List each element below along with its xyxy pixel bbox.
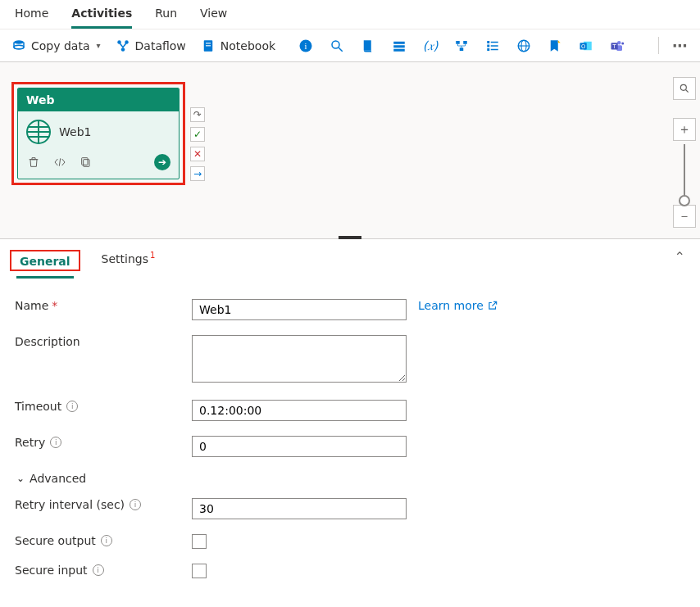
tab-home[interactable]: Home bbox=[15, 7, 48, 29]
svg-point-38 bbox=[680, 84, 686, 90]
learn-more-label: Learn more bbox=[418, 299, 484, 312]
zoom-out-button[interactable]: － bbox=[673, 205, 696, 228]
delete-icon[interactable] bbox=[26, 155, 41, 170]
zoom-in-button[interactable]: ＋ bbox=[673, 118, 696, 141]
collapse-panel-icon[interactable]: ⌃ bbox=[675, 249, 685, 265]
ribbon-copy-data[interactable]: Copy data ▾ bbox=[11, 39, 101, 53]
skip-badge-icon[interactable]: → bbox=[190, 166, 205, 181]
variable-icon[interactable]: (𝑥) bbox=[423, 39, 438, 53]
search-icon[interactable] bbox=[330, 39, 344, 53]
activity-type-label: Web bbox=[18, 88, 179, 111]
steps-icon[interactable] bbox=[485, 39, 500, 53]
property-tab-settings-label: Settings bbox=[102, 252, 148, 265]
list-icon[interactable] bbox=[392, 39, 407, 53]
row-timeout: Timeout i bbox=[15, 400, 687, 421]
svg-point-1 bbox=[14, 45, 24, 49]
tab-run[interactable]: Run bbox=[155, 7, 177, 29]
tab-view[interactable]: View bbox=[200, 7, 227, 29]
general-properties-form: Name * Learn more Description Timeout i … bbox=[0, 279, 700, 606]
tab-activities[interactable]: Activities bbox=[71, 7, 132, 29]
globe-icon[interactable] bbox=[516, 39, 531, 53]
svg-text:T: T bbox=[612, 43, 617, 50]
ribbon-notebook[interactable]: Notebook bbox=[201, 39, 275, 53]
svg-rect-21 bbox=[487, 48, 489, 51]
success-badge-icon[interactable]: ✓ bbox=[190, 127, 205, 142]
failure-badge-icon[interactable]: ✕ bbox=[190, 147, 205, 161]
top-tab-bar: Home Activities Run View bbox=[0, 0, 700, 29]
svg-rect-37 bbox=[82, 158, 88, 165]
label-secure-input: Secure input bbox=[15, 564, 88, 577]
info-icon[interactable]: i bbox=[66, 401, 78, 412]
pipeline-canvas[interactable]: Web Web1 ➔ ↷ ✓ ✕ → ＋ － bbox=[0, 62, 700, 239]
row-retry: Retry i bbox=[15, 436, 687, 457]
activity-name-label: Web1 bbox=[59, 125, 91, 138]
secure-output-checkbox[interactable] bbox=[192, 534, 207, 549]
row-secure-input: Secure input i bbox=[15, 564, 687, 578]
copy-icon[interactable] bbox=[79, 155, 93, 170]
row-secure-output: Secure output i bbox=[15, 534, 687, 549]
info-icon[interactable]: i bbox=[101, 535, 112, 546]
ribbon-dataflow[interactable]: Dataflow bbox=[116, 39, 186, 53]
svg-rect-24 bbox=[491, 48, 498, 50]
svg-rect-13 bbox=[393, 41, 405, 43]
svg-rect-19 bbox=[487, 41, 489, 43]
property-tab-general[interactable]: General bbox=[16, 251, 74, 279]
info-icon[interactable]: i bbox=[93, 564, 104, 576]
undo-badge-icon[interactable]: ↷ bbox=[190, 107, 205, 122]
zoom-fit-button[interactable] bbox=[673, 77, 696, 100]
zoom-slider[interactable] bbox=[684, 144, 685, 202]
label-secure-output: Secure output bbox=[15, 534, 96, 547]
zoom-controls: ＋ － bbox=[672, 77, 697, 228]
learn-more-link[interactable]: Learn more bbox=[418, 299, 498, 312]
zoom-thumb[interactable] bbox=[679, 195, 690, 206]
svg-point-32 bbox=[621, 42, 624, 44]
svg-rect-22 bbox=[491, 41, 498, 43]
run-activity-icon[interactable]: ➔ bbox=[154, 154, 170, 170]
branch-icon bbox=[116, 39, 130, 53]
required-marker: * bbox=[52, 299, 57, 312]
bookmark-icon[interactable] bbox=[548, 39, 562, 53]
secure-input-checkbox[interactable] bbox=[192, 564, 207, 578]
svg-rect-20 bbox=[487, 44, 489, 47]
script-icon[interactable] bbox=[361, 39, 375, 53]
svg-point-4 bbox=[120, 48, 125, 52]
svg-text:O: O bbox=[581, 43, 585, 50]
row-retry-interval: Retry interval (sec) i bbox=[15, 498, 687, 519]
ribbon-toolbar: Copy data ▾ Dataflow Notebook i (𝑥) O T … bbox=[0, 29, 700, 62]
svg-rect-36 bbox=[84, 160, 89, 167]
row-description: Description bbox=[15, 335, 687, 385]
property-tab-settings[interactable]: Settings1 bbox=[98, 247, 159, 274]
info-icon[interactable]: i bbox=[130, 499, 141, 510]
row-name: Name * Learn more bbox=[15, 299, 687, 320]
outlook-icon[interactable]: O bbox=[579, 39, 593, 53]
external-link-icon bbox=[487, 300, 498, 311]
pipeline-icon[interactable] bbox=[454, 39, 469, 53]
svg-rect-6 bbox=[206, 43, 211, 43]
advanced-toggle[interactable]: ⌄ Advanced bbox=[16, 472, 687, 485]
info-icon[interactable]: i bbox=[50, 437, 61, 448]
svg-point-10 bbox=[332, 41, 339, 48]
retry-input[interactable] bbox=[192, 436, 407, 457]
activity-node-web[interactable]: Web Web1 ➔ bbox=[17, 88, 180, 179]
label-retry-interval: Retry interval (sec) bbox=[15, 498, 125, 511]
name-input[interactable] bbox=[192, 299, 407, 320]
retry-interval-input[interactable] bbox=[192, 498, 407, 519]
ribbon-icon-group: i (𝑥) O T bbox=[298, 39, 625, 53]
info-icon[interactable]: i bbox=[298, 39, 313, 53]
ribbon-overflow[interactable]: ⋯ bbox=[658, 37, 689, 54]
code-icon[interactable] bbox=[52, 155, 67, 170]
svg-rect-14 bbox=[393, 45, 405, 48]
timeout-input[interactable] bbox=[192, 400, 407, 421]
svg-rect-7 bbox=[206, 45, 211, 46]
activity-status-badges: ↷ ✓ ✕ → bbox=[190, 107, 205, 181]
svg-rect-18 bbox=[460, 48, 464, 51]
property-tab-bar: General Settings1 ⌃ bbox=[0, 239, 700, 274]
teams-icon[interactable]: T bbox=[610, 39, 625, 53]
advanced-label: Advanced bbox=[30, 472, 86, 485]
description-input[interactable] bbox=[192, 335, 407, 383]
ribbon-dataflow-label: Dataflow bbox=[135, 39, 186, 52]
svg-line-39 bbox=[686, 90, 689, 93]
ribbon-copy-data-label: Copy data bbox=[31, 39, 90, 52]
svg-rect-12 bbox=[364, 40, 371, 50]
web-activity-icon bbox=[26, 120, 51, 144]
